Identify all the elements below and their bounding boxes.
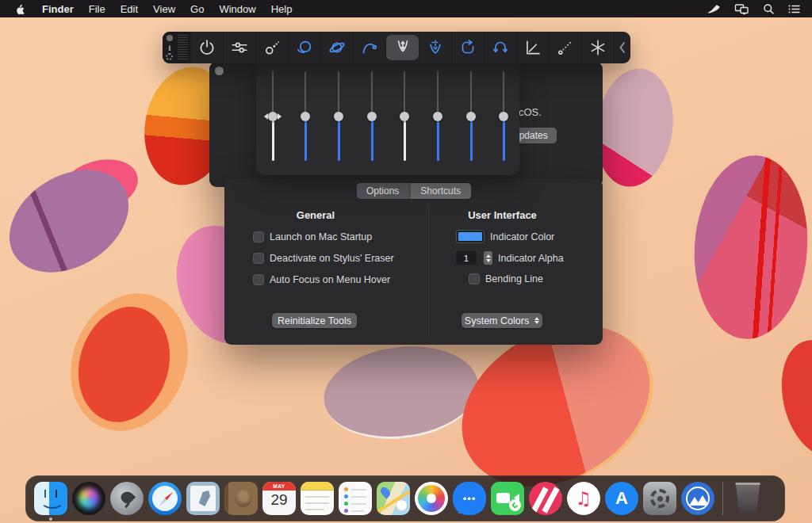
slider-knob[interactable]	[367, 112, 377, 121]
rotation-button[interactable]	[451, 32, 484, 63]
system-colors-dropdown[interactable]: System Colors	[462, 313, 542, 328]
tune-button[interactable]	[223, 32, 255, 63]
dock-icon-calendar[interactable]: MAY 29	[262, 481, 297, 516]
dock-icon-appstore[interactable]: A	[604, 481, 639, 516]
slider-knob[interactable]	[301, 112, 310, 121]
line-button[interactable]	[549, 32, 581, 63]
menu-item-edit[interactable]: Edit	[121, 3, 138, 15]
pressure-slider-3[interactable]	[333, 71, 344, 161]
pressure-slider-8[interactable]	[498, 71, 509, 161]
pressure-tool-button[interactable]	[385, 35, 418, 60]
tab-options[interactable]: Options	[356, 183, 410, 199]
crossed-ellipse-icon	[327, 37, 347, 58]
slider-knob[interactable]	[400, 112, 409, 121]
launch-on-startup-checkbox[interactable]	[253, 231, 264, 242]
pressure-range-button[interactable]	[419, 32, 451, 63]
stepper-up-icon	[486, 252, 491, 258]
rotate-loop-icon	[458, 37, 478, 58]
search-icon[interactable]	[763, 3, 775, 15]
dock-icon-siri[interactable]	[71, 481, 106, 516]
dock-icon-news[interactable]	[528, 481, 563, 516]
displays-status-icon[interactable]	[734, 3, 749, 15]
deactivate-on-eraser-checkbox[interactable]	[253, 253, 264, 264]
stylus-status-icon[interactable]	[707, 3, 721, 15]
u-turn-arrow-icon	[490, 37, 511, 58]
dock-icon-finder[interactable]	[33, 481, 68, 516]
asterisk-icon	[588, 37, 608, 58]
menu-item-file[interactable]: File	[89, 3, 105, 15]
indicator-color-label: Indicator Color	[490, 231, 554, 242]
wallpaper-shape	[319, 338, 485, 447]
pressure-sliders-panel	[256, 60, 519, 175]
dock-icon-mail[interactable]	[186, 481, 220, 516]
system-colors-label: System Colors	[465, 315, 529, 326]
power-icon	[197, 37, 217, 58]
dock-icon-launchpad[interactable]	[109, 481, 144, 516]
dock-icon-system-preferences[interactable]	[642, 481, 677, 516]
orbit-button[interactable]	[320, 32, 353, 63]
power-button[interactable]	[191, 32, 223, 63]
dock-icon-messages[interactable]: •••	[452, 481, 487, 516]
dock-icon-reminders[interactable]	[338, 481, 373, 516]
checkbox-row: Launch on Mac Startup	[253, 231, 372, 242]
auto-focus-checkbox[interactable]	[253, 274, 264, 285]
dock-icon-app-cleaner[interactable]	[680, 481, 715, 516]
gear-icon[interactable]	[166, 53, 173, 60]
dotted-line-icon	[555, 37, 576, 58]
tool-palette: i	[163, 32, 630, 63]
indicator-alpha-field[interactable]: 1	[456, 251, 477, 265]
indicator-color-well[interactable]	[456, 230, 485, 243]
user-interface-section-title: User Interface	[445, 209, 560, 221]
indicator-alpha-stepper[interactable]	[484, 251, 492, 265]
lazy-radius-button[interactable]	[288, 32, 320, 63]
pressure-slider-7[interactable]	[465, 71, 477, 161]
reinitialize-tools-button[interactable]: Reinitialize Tools	[272, 313, 357, 328]
chevron-left-icon	[616, 40, 629, 55]
dock-icon-safari[interactable]	[147, 481, 182, 516]
dock-icon-facetime[interactable]	[490, 481, 525, 516]
bending-line-checkbox[interactable]	[469, 273, 480, 284]
window-close-button[interactable]	[215, 67, 224, 75]
dock-icon-photos[interactable]	[414, 481, 449, 516]
menu-item-window[interactable]: Window	[219, 3, 255, 15]
curve-button[interactable]	[353, 32, 385, 63]
dock-icon-notes[interactable]	[300, 481, 335, 516]
calendar-month: MAY	[262, 482, 296, 491]
apple-menu[interactable]	[14, 2, 25, 15]
menu-item-finder[interactable]: Finder	[42, 3, 74, 15]
snap-button[interactable]	[581, 32, 614, 63]
slider-knob[interactable]	[433, 112, 442, 121]
stepper-down-icon	[486, 259, 491, 265]
menu-item-view[interactable]: View	[153, 3, 175, 15]
slider-knob[interactable]	[499, 112, 508, 121]
info-icon[interactable]: i	[168, 44, 171, 52]
tab-shortcuts[interactable]: Shortcuts	[410, 183, 471, 199]
tilt-button[interactable]	[484, 32, 516, 63]
grip-texture[interactable]	[178, 35, 188, 60]
slider-knob[interactable]	[466, 112, 476, 121]
axes-button[interactable]	[516, 32, 549, 63]
dock-icon-trash[interactable]	[730, 481, 765, 516]
pressure-slider-1[interactable]	[267, 71, 278, 161]
wallpaper-shape	[770, 332, 812, 465]
about-text-fragment: cOS.	[519, 106, 542, 118]
pressure-slider-6[interactable]	[432, 71, 443, 161]
pressure-slider-5[interactable]	[399, 71, 410, 161]
apple-logo-icon	[14, 2, 25, 15]
pressure-slider-2[interactable]	[300, 71, 311, 161]
menu-list-icon[interactable]	[788, 4, 801, 14]
precision-button[interactable]	[255, 32, 288, 63]
collapse-toolbar-button[interactable]	[614, 32, 630, 63]
toolbar-drag-handle[interactable]: i	[163, 32, 191, 63]
slider-knob[interactable]	[268, 112, 278, 121]
pressure-slider-4[interactable]	[366, 71, 377, 161]
angle-axes-icon	[523, 37, 543, 58]
slider-knob[interactable]	[334, 112, 343, 121]
dock-icon-contacts[interactable]	[224, 481, 259, 516]
dock-icon-itunes[interactable]: ♫	[566, 481, 601, 516]
dotted-circle-icon	[262, 37, 282, 58]
menu-item-go[interactable]: Go	[190, 3, 204, 15]
menu-item-help[interactable]: Help	[271, 3, 293, 15]
handle-dot-icon[interactable]	[167, 35, 173, 41]
dock-icon-maps[interactable]	[376, 481, 411, 516]
